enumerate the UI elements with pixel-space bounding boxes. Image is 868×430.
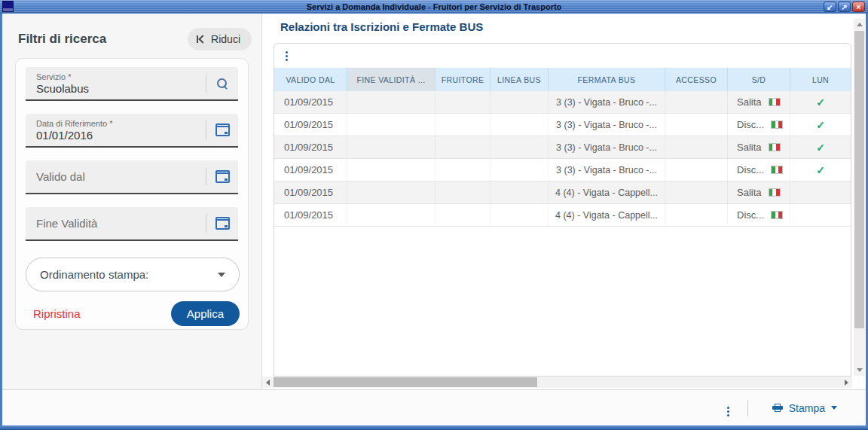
data-riferimento-value: 01/01/2016: [36, 129, 206, 142]
valido-dal-field[interactable]: Valido dal: [26, 160, 238, 194]
column-header-sd[interactable]: S/D: [728, 68, 790, 91]
column-header-valido-dal[interactable]: VALIDO DAL: [274, 68, 347, 91]
titlebar: Servizi a Domanda Individuale - Fruitori…: [0, 0, 868, 14]
scroll-left-button[interactable]: [262, 377, 274, 388]
ordinamento-stampa-dropdown[interactable]: Ordinamento stampa:: [26, 258, 240, 291]
cell-valido-dal: 01/09/2015: [274, 136, 347, 158]
ordinamento-stampa-label: Ordinamento stampa:: [40, 268, 218, 281]
filters-panel: Filtri di ricerca Riduci Servizio * Scuo…: [2, 14, 262, 389]
horizontal-scrollbar[interactable]: [262, 377, 852, 388]
data-riferimento-field[interactable]: Data di Riferimento * 01/01/2016: [26, 114, 238, 148]
sd-value: Salita: [737, 142, 762, 153]
servizio-search-button[interactable]: [206, 67, 238, 99]
applica-button[interactable]: Applica: [171, 301, 240, 326]
close-button[interactable]: ×: [852, 2, 865, 12]
table-menu-icon[interactable]: [286, 51, 288, 53]
cell-sd: Salita: [728, 181, 790, 203]
italy-flag-icon: [771, 166, 783, 174]
page-title: Relazioni tra Iscrizioni e Fermate BUS: [280, 20, 483, 33]
stampa-button-label: Stampa: [789, 402, 825, 414]
restore-down-button[interactable]: ↙: [824, 2, 836, 12]
cell-lun: ✓: [790, 159, 851, 181]
fine-validita-calendar-button[interactable]: [206, 207, 238, 239]
cell-fine-validita: [347, 204, 436, 226]
app-window: Servizi a Domanda Individuale - Fruitori…: [0, 0, 868, 430]
cell-fruitore: [436, 136, 491, 158]
cell-fine-validita: [347, 159, 436, 181]
cell-valido-dal: 01/09/2015: [274, 114, 347, 136]
column-header-linea-bus[interactable]: LINEA BUS: [491, 68, 549, 91]
column-header-fine-validita[interactable]: FINE VALIDITÀ ...: [347, 68, 436, 91]
horizontal-scrollbar-thumb[interactable]: [274, 377, 537, 387]
column-header-lun[interactable]: LUN: [790, 68, 851, 91]
ripristina-button[interactable]: Ripristina: [26, 303, 88, 325]
table-body: 01/09/20153 (3) - Vigata - Bruco -...Sal…: [274, 91, 851, 227]
table-row[interactable]: 01/09/20154 (4) - Vigata - Cappell...Dis…: [274, 204, 851, 227]
cell-linea-bus: [491, 91, 549, 113]
search-icon: [216, 78, 228, 90]
chevron-down-icon[interactable]: [831, 406, 837, 410]
check-icon: ✓: [816, 164, 825, 176]
column-header-fermata-bus[interactable]: FERMATA BUS: [549, 68, 665, 91]
table-row[interactable]: 01/09/20154 (4) - Vigata - Cappell...Sal…: [274, 181, 851, 204]
collapse-panel-button[interactable]: Riduci: [188, 28, 252, 50]
more-actions-icon[interactable]: [727, 407, 729, 409]
stampa-button[interactable]: Stampa: [766, 398, 843, 419]
valido-dal-placeholder: Valido dal: [36, 170, 206, 183]
cell-sd: Disc...: [728, 159, 790, 181]
scroll-up-button[interactable]: [854, 19, 865, 30]
calendar-icon: [215, 124, 230, 136]
table-toolbar: [274, 44, 851, 68]
vertical-scrollbar-thumb[interactable]: [854, 31, 864, 328]
italy-flag-icon: [771, 120, 783, 129]
cell-linea-bus: [491, 204, 549, 226]
cell-linea-bus: [491, 181, 549, 203]
cell-fine-validita: [347, 91, 436, 113]
table-row[interactable]: 01/09/20153 (3) - Vigata - Bruco -...Dis…: [274, 114, 851, 136]
fine-validita-field[interactable]: Fine Validità: [26, 207, 238, 241]
servizio-field[interactable]: Servizio * Scuolabus: [26, 67, 238, 101]
check-icon: ✓: [816, 119, 825, 131]
cell-accesso: [665, 181, 728, 203]
table-row[interactable]: 01/09/20153 (3) - Vigata - Bruco -...Dis…: [274, 159, 851, 181]
printer-icon: [772, 404, 783, 413]
cell-fruitore: [436, 114, 491, 136]
italy-flag-icon: [769, 98, 781, 106]
valido-dal-calendar-button[interactable]: [206, 160, 238, 193]
results-panel: Relazioni tra Iscrizioni e Fermate BUS V…: [263, 14, 854, 389]
cell-lun: ✓: [790, 114, 851, 136]
sd-value: Disc...: [737, 209, 764, 221]
calendar-icon: [215, 217, 230, 230]
cell-sd: Disc...: [728, 204, 790, 226]
table-row[interactable]: 01/09/20153 (3) - Vigata - Bruco -...Sal…: [274, 136, 851, 159]
sd-value: Disc...: [737, 119, 764, 130]
cell-valido-dal: 01/09/2015: [274, 181, 347, 203]
cell-accesso: [665, 159, 728, 181]
window-controls: ↙ ↗ ×: [824, 2, 865, 12]
table-row[interactable]: 01/09/20153 (3) - Vigata - Bruco -...Sal…: [274, 91, 851, 114]
cell-accesso: [665, 114, 728, 136]
cell-fruitore: [436, 91, 491, 113]
check-icon: ✓: [816, 142, 825, 154]
cell-sd: Disc...: [728, 114, 790, 136]
cell-fermata-bus: 3 (3) - Vigata - Bruco -...: [549, 91, 665, 113]
cell-valido-dal: 01/09/2015: [274, 91, 347, 113]
column-header-fruitore[interactable]: FRUITORE: [436, 68, 491, 91]
maximize-button[interactable]: ↗: [838, 2, 851, 12]
cell-lun: [790, 204, 851, 226]
cell-lun: [790, 181, 851, 203]
cell-fine-validita: [347, 181, 436, 203]
cell-accesso: [665, 91, 728, 113]
scroll-down-button[interactable]: [854, 364, 865, 376]
data-riferimento-calendar-button[interactable]: [206, 114, 238, 146]
sd-value: Disc...: [737, 164, 764, 175]
scroll-right-button[interactable]: [841, 377, 852, 388]
data-riferimento-label: Data di Riferimento *: [36, 119, 206, 129]
bottom-action-bar: Stampa: [2, 389, 866, 425]
cell-linea-bus: [491, 114, 549, 136]
calendar-icon: [215, 170, 230, 183]
fine-validita-placeholder: Fine Validità: [36, 217, 206, 230]
cell-fermata-bus: 4 (4) - Vigata - Cappell...: [549, 204, 665, 226]
column-header-accesso[interactable]: ACCESSO: [665, 68, 728, 91]
cell-fine-validita: [347, 114, 436, 136]
